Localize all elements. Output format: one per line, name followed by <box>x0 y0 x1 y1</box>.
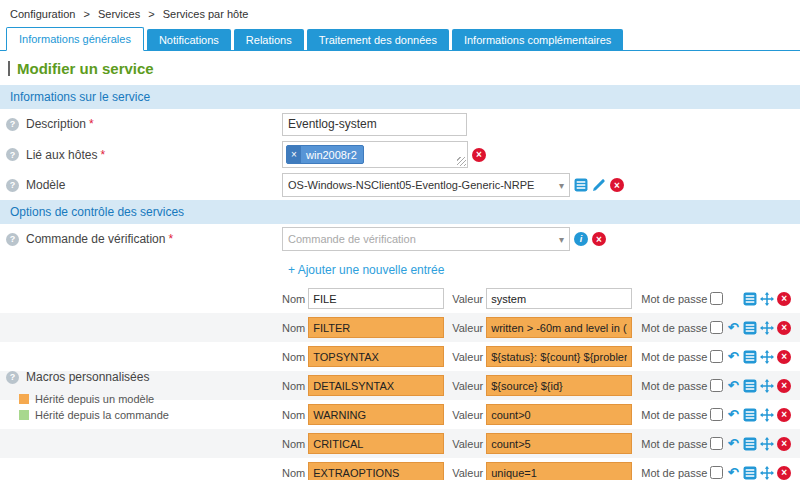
list-icon[interactable] <box>574 178 588 192</box>
password-checkbox[interactable] <box>710 437 723 450</box>
delete-icon[interactable]: × <box>777 408 791 422</box>
help-icon[interactable]: ? <box>6 148 19 161</box>
password-label: Mot de passe <box>641 293 707 305</box>
macro-name-label: Nom <box>282 293 305 305</box>
macro-value-input[interactable] <box>486 317 632 338</box>
template-select-value: OS-Windows-NSClient05-Eventlog-Generic-N… <box>288 179 553 191</box>
breadcrumb-services[interactable]: Services <box>98 8 140 20</box>
delete-icon[interactable]: × <box>777 437 791 451</box>
macro-row: Nom Valeur Mot de passe ↶ × <box>0 342 800 371</box>
delete-icon[interactable]: × <box>472 148 486 162</box>
help-icon[interactable]: ? <box>6 118 19 131</box>
macro-value-label: Valeur <box>452 409 483 421</box>
delete-icon[interactable]: × <box>592 232 606 246</box>
legend-template-label: Hérité depuis un modèle <box>35 393 154 405</box>
help-icon[interactable]: ? <box>6 179 19 192</box>
tab-informations-complementaires[interactable]: Informations complémentaires <box>452 29 623 50</box>
help-icon[interactable]: ? <box>6 371 19 384</box>
template-row: ? Modèle OS-Windows-NSClient05-Eventlog-… <box>0 170 800 200</box>
list-icon[interactable] <box>743 292 757 306</box>
check-command-row: ? Commande de vérification* Commande de … <box>0 224 800 254</box>
move-icon[interactable] <box>760 321 774 335</box>
password-checkbox[interactable] <box>710 408 723 421</box>
macro-value-input[interactable] <box>486 346 632 367</box>
breadcrumb-separator: > <box>148 8 154 20</box>
undo-icon[interactable]: ↶ <box>726 320 740 335</box>
resize-handle[interactable] <box>457 157 466 166</box>
linked-hosts-multiselect[interactable]: × win2008r2 <box>282 141 468 168</box>
macros-legend: Hérité depuis un modèle Hérité depuis la… <box>19 393 276 421</box>
breadcrumb-services-par-hote[interactable]: Services par hôte <box>163 8 249 20</box>
legend-template-swatch <box>19 394 29 404</box>
required-marker: * <box>100 148 105 162</box>
legend-command-label: Hérité depuis la commande <box>35 409 169 421</box>
macro-value-label: Valeur <box>452 322 483 334</box>
custom-macros-left-panel: ? Macros personnalisées Hérité depuis un… <box>6 370 276 425</box>
list-icon[interactable] <box>743 321 757 335</box>
edit-icon[interactable] <box>592 178 606 192</box>
move-icon[interactable] <box>760 350 774 364</box>
macro-name-input[interactable] <box>308 462 444 480</box>
macro-value-input[interactable] <box>486 462 632 480</box>
list-icon[interactable] <box>743 408 757 422</box>
move-icon[interactable] <box>760 292 774 306</box>
delete-icon[interactable]: × <box>777 292 791 306</box>
undo-icon[interactable]: ↶ <box>726 465 740 480</box>
delete-icon[interactable]: × <box>777 466 791 480</box>
move-icon[interactable] <box>760 437 774 451</box>
delete-icon[interactable]: × <box>610 178 624 192</box>
password-label: Mot de passe <box>641 409 707 421</box>
move-icon[interactable] <box>760 466 774 480</box>
tab-traitement-des-donnees[interactable]: Traitement des données <box>307 29 449 50</box>
macro-value-input[interactable] <box>486 433 632 454</box>
remove-tag-icon[interactable]: × <box>287 146 301 163</box>
macro-name-input[interactable] <box>308 433 444 454</box>
undo-icon[interactable]: ↶ <box>726 349 740 364</box>
tab-relations[interactable]: Relations <box>234 29 304 50</box>
macro-name-input[interactable] <box>308 317 444 338</box>
list-icon[interactable] <box>743 466 757 480</box>
description-input[interactable] <box>282 113 467 136</box>
macro-value-label: Valeur <box>452 293 483 305</box>
template-label: Modèle <box>26 178 65 192</box>
password-checkbox[interactable] <box>710 350 723 363</box>
list-icon[interactable] <box>743 379 757 393</box>
delete-icon[interactable]: × <box>777 350 791 364</box>
macro-value-label: Valeur <box>452 438 483 450</box>
macro-value-input[interactable] <box>486 404 632 425</box>
tab-informations-generales[interactable]: Informations générales <box>6 27 144 51</box>
macro-value-input[interactable] <box>486 288 632 309</box>
macro-name-input[interactable] <box>308 375 444 396</box>
undo-icon[interactable]: ↶ <box>726 407 740 422</box>
check-command-select[interactable]: Commande de vérification ▾ <box>282 227 570 251</box>
info-icon[interactable]: i <box>574 232 588 246</box>
macro-name-input[interactable] <box>308 346 444 367</box>
template-select[interactable]: OS-Windows-NSClient05-Eventlog-Generic-N… <box>282 173 570 197</box>
password-checkbox[interactable] <box>710 466 723 479</box>
breadcrumb-configuration[interactable]: Configuration <box>10 8 75 20</box>
add-entry-link[interactable]: + Ajouter une nouvelle entrée <box>288 263 444 277</box>
help-icon[interactable]: ? <box>6 233 19 246</box>
page-title-text: Modifier un service <box>17 60 154 77</box>
tab-notifications[interactable]: Notifications <box>147 29 231 50</box>
list-icon[interactable] <box>743 437 757 451</box>
macro-name-input[interactable] <box>308 288 444 309</box>
undo-icon[interactable]: ↶ <box>726 378 740 393</box>
delete-icon[interactable]: × <box>777 379 791 393</box>
password-checkbox[interactable] <box>710 379 723 392</box>
macro-name-input[interactable] <box>308 404 444 425</box>
required-marker: * <box>89 117 94 131</box>
undo-icon[interactable]: ↶ <box>726 436 740 451</box>
password-checkbox[interactable] <box>710 321 723 334</box>
chevron-down-icon: ▾ <box>559 234 564 245</box>
macro-value-input[interactable] <box>486 375 632 396</box>
password-checkbox[interactable] <box>710 292 723 305</box>
list-icon[interactable] <box>743 350 757 364</box>
macro-name-label: Nom <box>282 322 305 334</box>
delete-icon[interactable]: × <box>777 321 791 335</box>
move-icon[interactable] <box>760 379 774 393</box>
macro-value-label: Valeur <box>452 351 483 363</box>
breadcrumb-separator: > <box>84 8 90 20</box>
description-row: ? Description* <box>0 109 800 139</box>
move-icon[interactable] <box>760 408 774 422</box>
